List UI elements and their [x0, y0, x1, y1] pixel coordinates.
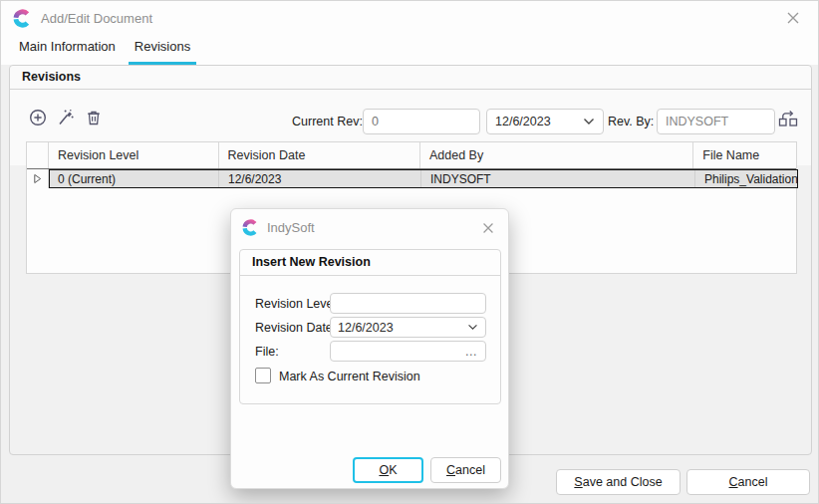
add-revision-icon[interactable]: [28, 108, 48, 127]
dialog-title: IndySoft: [267, 220, 315, 235]
insert-new-revision-dialog: IndySoft Insert New Revision Revision Le…: [230, 208, 509, 489]
chevron-down-icon: [467, 324, 478, 331]
insert-new-revision-title: Insert New Revision: [240, 250, 500, 276]
current-rev-date-combo[interactable]: 12/6/2023: [486, 109, 604, 134]
column-header-file-name[interactable]: File Name: [693, 142, 796, 168]
row-indicator-icon: [33, 173, 42, 184]
current-rev-label: Current Rev:: [292, 115, 363, 128]
save-and-close-button[interactable]: Save and Close: [556, 469, 681, 495]
column-header-revision-date[interactable]: Revision Date: [219, 142, 420, 168]
window-titlebar: Add/Edit Document: [1, 1, 818, 35]
ok-button[interactable]: OK: [353, 457, 423, 483]
mark-as-current-label: Mark As Current Revision: [279, 370, 420, 383]
column-header-added-by[interactable]: Added By: [420, 142, 693, 168]
file-input[interactable]: …: [330, 341, 486, 362]
table-header-row: Revision Level Revision Date Added By Fi…: [27, 142, 796, 169]
add-edit-document-window: Add/Edit Document Main Information Revis…: [0, 0, 819, 504]
table-row[interactable]: 0 (Current) 12/6/2023 INDYSOFT Philips_V…: [27, 169, 796, 188]
revision-level-input[interactable]: [330, 293, 486, 314]
indysoft-logo-icon: [13, 9, 32, 28]
file-label: File:: [255, 345, 279, 359]
cell-added-by[interactable]: INDYSOFT: [421, 169, 695, 188]
chevron-down-icon: [583, 118, 595, 126]
revision-date-label: Revision Date:: [255, 321, 336, 335]
revision-level-label: Revision Level:: [255, 297, 340, 311]
tab-main-information[interactable]: Main Information: [13, 33, 122, 65]
transfer-revision-icon[interactable]: [777, 109, 799, 128]
dialog-titlebar: IndySoft: [231, 209, 508, 245]
tab-bar: Main Information Revisions: [1, 35, 818, 65]
revision-date-combo[interactable]: 12/6/2023: [330, 317, 486, 338]
row-selector-gutter: [27, 169, 49, 188]
dialog-cancel-button[interactable]: Cancel: [430, 457, 501, 483]
edit-revision-wand-icon[interactable]: [56, 108, 76, 127]
column-header-revision-level[interactable]: Revision Level: [49, 142, 219, 168]
cell-revision-level[interactable]: 0 (Current): [49, 169, 219, 188]
selected-row-cells: 0 (Current) 12/6/2023 INDYSOFT Philips_V…: [49, 169, 798, 188]
table-header-gutter: [27, 142, 49, 168]
current-rev-input[interactable]: [363, 109, 480, 134]
insert-new-revision-groupbox: Insert New Revision Revision Level: Revi…: [239, 249, 501, 404]
indysoft-logo-icon: [242, 219, 259, 236]
current-rev-date-value: 12/6/2023: [495, 115, 583, 128]
mark-as-current-checkbox[interactable]: [255, 368, 271, 383]
window-title: Add/Edit Document: [41, 11, 152, 26]
main-cancel-button[interactable]: Cancel: [686, 469, 810, 495]
cell-file-name[interactable]: Philips_Validation_T: [695, 169, 798, 188]
tab-revisions[interactable]: Revisions: [129, 33, 196, 65]
rev-by-input[interactable]: [657, 109, 775, 134]
dialog-close-icon[interactable]: [480, 220, 496, 236]
browse-file-button[interactable]: …: [464, 347, 479, 357]
rev-by-label: Rev. By:: [608, 115, 654, 128]
window-close-icon[interactable]: [784, 9, 802, 27]
delete-revision-trash-icon[interactable]: [84, 108, 104, 127]
revisions-groupbox-title: Revisions: [10, 66, 811, 90]
cell-revision-date[interactable]: 12/6/2023: [219, 169, 421, 188]
revision-date-value: 12/6/2023: [338, 321, 467, 335]
